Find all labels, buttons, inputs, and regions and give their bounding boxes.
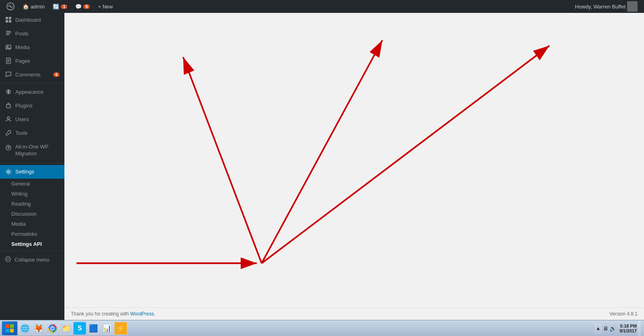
site-name-item[interactable]: 🏠 admin	[19, 0, 48, 13]
taskbar: 🌐 🦊 📁 S 🟦 📊	[0, 320, 644, 336]
footer-version: Version 4.8.1	[609, 311, 638, 317]
submenu-discussion[interactable]: Discussion	[0, 209, 64, 219]
wp-logo-item[interactable]	[3, 0, 18, 13]
collapse-icon	[5, 256, 11, 264]
sidebar-item-dashboard[interactable]: Dashboard	[0, 13, 64, 27]
media-icon	[5, 43, 12, 51]
home-icon: 🏠	[23, 4, 29, 10]
taskbar-app6[interactable]: 🟦	[87, 322, 100, 335]
sidebar-item-plugins[interactable]: Plugins	[0, 99, 64, 112]
svg-rect-1	[6, 17, 8, 19]
system-clock: 5:18 PM 9/1/2017	[619, 324, 637, 333]
tools-label: Tools	[15, 130, 60, 136]
submenu-permalinks[interactable]: Permalinks	[0, 229, 64, 239]
comments-icon: 💬	[75, 4, 82, 10]
updates-count: 1	[61, 4, 67, 9]
taskbar-sequel[interactable]: 📊	[101, 322, 114, 335]
comments-sidebar-icon	[5, 71, 12, 78]
svg-rect-4	[9, 20, 11, 23]
collapse-label: Collapse menu	[14, 257, 50, 263]
svg-point-32	[51, 327, 54, 330]
comments-item[interactable]: 💬 6	[72, 0, 93, 13]
dashboard-icon	[5, 16, 12, 23]
pages-icon	[5, 57, 12, 64]
footer-wordpress-link[interactable]: WordPress.	[130, 311, 155, 317]
submenu-writing[interactable]: Writing	[0, 189, 64, 199]
admin-bar-left: 🏠 admin 🔄 1 💬 6 + New	[3, 0, 116, 13]
wp-footer: Thank you for creating with WordPress. V…	[64, 307, 644, 320]
menu-sep-2	[0, 163, 64, 163]
sidebar-item-users[interactable]: Users	[0, 112, 64, 126]
menu-sep-1	[0, 83, 64, 83]
svg-rect-7	[6, 34, 9, 35]
taskbar-left: 🌐 🦊 📁 S 🟦 📊	[0, 321, 129, 336]
plugins-label: Plugins	[15, 103, 60, 109]
sidebar-item-appearance[interactable]: Appearance	[0, 85, 64, 99]
svg-line-23	[262, 46, 549, 264]
users-label: Users	[15, 116, 60, 122]
system-tray: ▲ 🖥 🔊	[594, 323, 616, 334]
taskbar-ie[interactable]: 🌐	[19, 322, 31, 335]
appearance-icon	[5, 88, 12, 95]
show-desktop[interactable]	[638, 321, 641, 336]
posts-label: Posts	[15, 31, 60, 37]
tray-volume: 🔊	[609, 325, 616, 332]
media-label: Media	[15, 44, 60, 50]
comments-count: 6	[83, 4, 90, 9]
taskbar-chrome[interactable]	[46, 322, 59, 335]
sidebar-item-tools[interactable]: Tools	[0, 126, 64, 140]
comments-sidebar-badge: 6	[53, 72, 60, 77]
taskbar-skype[interactable]: S	[73, 322, 86, 335]
posts-icon	[5, 30, 12, 37]
settings-label: Settings	[15, 169, 60, 175]
sidebar-item-posts[interactable]: Posts	[0, 27, 64, 40]
dashboard-label: Dashboard	[15, 17, 60, 23]
submenu-general[interactable]: General	[0, 179, 64, 189]
taskbar-app8[interactable]: ⚡	[114, 322, 127, 335]
updates-item[interactable]: 🔄 1	[50, 0, 70, 13]
svg-rect-5	[6, 31, 11, 32]
plugins-icon	[5, 102, 12, 109]
new-label: + New	[98, 4, 113, 10]
collapse-menu-item[interactable]: Collapse menu	[0, 253, 64, 267]
submenu-settings-api[interactable]: Settings API	[0, 239, 64, 249]
admin-bar-right: Howdy, Warren Buffet	[575, 1, 641, 12]
tools-icon	[5, 129, 12, 136]
footer-thank-you: Thank you for creating with	[71, 311, 130, 317]
comments-sidebar-label: Comments	[15, 72, 50, 78]
sidebar-item-media[interactable]: Media	[0, 40, 64, 54]
wp-admin-layout: Dashboard Posts Media Pages Comments	[0, 13, 644, 320]
svg-rect-2	[9, 17, 11, 19]
submenu-reading[interactable]: Reading	[0, 199, 64, 209]
svg-rect-25	[6, 324, 9, 328]
svg-line-22	[262, 40, 382, 263]
sidebar-item-comments[interactable]: Comments 6	[0, 68, 64, 81]
svg-point-18	[8, 171, 10, 173]
svg-rect-26	[10, 324, 14, 328]
site-name-label: admin	[31, 4, 45, 10]
sidebar-item-pages[interactable]: Pages	[0, 54, 64, 68]
sidebar-item-settings[interactable]: Settings	[0, 165, 64, 179]
new-content-item[interactable]: + New	[95, 0, 116, 13]
taskbar-right: ▲ 🖥 🔊 5:18 PM 9/1/2017	[591, 321, 644, 336]
appearance-label: Appearance	[15, 89, 60, 95]
footer-left: Thank you for creating with WordPress.	[71, 311, 155, 317]
users-icon	[5, 115, 12, 123]
admin-bar: 🏠 admin 🔄 1 💬 6 + New Howdy, Warren Buff…	[0, 0, 644, 13]
wp-logo-icon	[6, 2, 14, 10]
settings-icon	[5, 168, 12, 175]
clock-date: 9/1/2017	[619, 328, 637, 333]
svg-point-16	[7, 117, 10, 119]
howdy-text: Howdy, Warren Buffet	[575, 4, 625, 10]
submenu-media[interactable]: Media	[0, 219, 64, 229]
svg-rect-28	[10, 329, 14, 332]
wp-body-content	[64, 13, 644, 307]
pages-label: Pages	[15, 58, 60, 64]
menu-sep-3	[0, 251, 64, 251]
taskbar-file-explorer[interactable]: 📁	[60, 322, 72, 335]
sidebar-item-allinone[interactable]: All-in-One WP Migration	[0, 140, 64, 161]
start-button[interactable]	[2, 321, 18, 336]
tray-expand[interactable]: ▲	[594, 323, 602, 334]
taskbar-firefox[interactable]: 🦊	[32, 322, 45, 335]
clock-time: 5:18 PM	[620, 324, 637, 328]
